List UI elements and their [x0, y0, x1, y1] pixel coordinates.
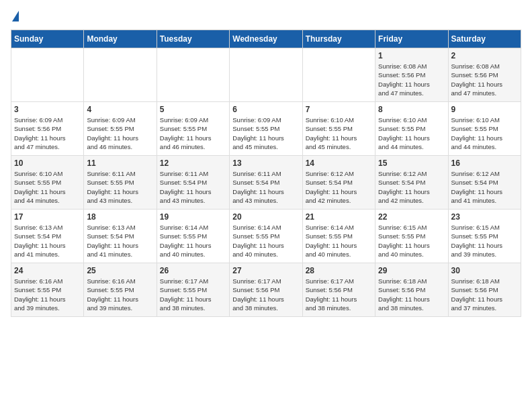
- calendar-cell: 3Sunrise: 6:09 AM Sunset: 5:56 PM Daylig…: [11, 102, 84, 156]
- day-info: Sunrise: 6:14 AM Sunset: 5:55 PM Dayligh…: [232, 224, 284, 258]
- calendar-cell: 7Sunrise: 6:10 AM Sunset: 5:55 PM Daylig…: [302, 102, 375, 156]
- calendar-cell: 30Sunrise: 6:18 AM Sunset: 5:56 PM Dayli…: [448, 263, 521, 317]
- day-number: 29: [378, 266, 445, 275]
- day-info: Sunrise: 6:12 AM Sunset: 5:54 PM Dayligh…: [378, 170, 430, 204]
- calendar-cell: 17Sunrise: 6:13 AM Sunset: 5:54 PM Dayli…: [11, 210, 84, 263]
- day-number: 7: [306, 105, 372, 114]
- day-info: Sunrise: 6:11 AM Sunset: 5:54 PM Dayligh…: [232, 170, 284, 204]
- day-number: 12: [160, 158, 226, 168]
- calendar-cell: [11, 48, 84, 102]
- calendar-cell: 9Sunrise: 6:10 AM Sunset: 5:55 PM Daylig…: [448, 102, 521, 156]
- day-number: 8: [378, 105, 445, 114]
- day-number: 1: [378, 51, 445, 60]
- calendar-cell: 16Sunrise: 6:12 AM Sunset: 5:54 PM Dayli…: [448, 156, 521, 210]
- calendar-cell: 6Sunrise: 6:09 AM Sunset: 5:55 PM Daylig…: [230, 102, 302, 156]
- weekday-header: Wednesday: [230, 30, 302, 48]
- day-number: 16: [451, 158, 518, 168]
- day-number: 9: [451, 105, 518, 114]
- day-number: 4: [87, 105, 153, 114]
- weekday-header: Tuesday: [157, 30, 229, 48]
- day-number: 19: [160, 212, 226, 222]
- day-number: 13: [232, 158, 299, 168]
- calendar-cell: [84, 48, 157, 102]
- calendar-cell: 1Sunrise: 6:08 AM Sunset: 5:56 PM Daylig…: [375, 48, 448, 102]
- calendar-cell: 27Sunrise: 6:17 AM Sunset: 5:56 PM Dayli…: [230, 263, 302, 317]
- day-number: 30: [451, 266, 518, 275]
- day-number: 14: [306, 158, 372, 168]
- day-info: Sunrise: 6:12 AM Sunset: 5:54 PM Dayligh…: [306, 170, 357, 204]
- calendar-cell: 20Sunrise: 6:14 AM Sunset: 5:55 PM Dayli…: [230, 210, 302, 263]
- calendar-cell: 18Sunrise: 6:13 AM Sunset: 5:54 PM Dayli…: [84, 210, 157, 263]
- calendar-cell: 12Sunrise: 6:11 AM Sunset: 5:54 PM Dayli…: [157, 156, 229, 210]
- calendar-cell: 15Sunrise: 6:12 AM Sunset: 5:54 PM Dayli…: [375, 156, 448, 210]
- day-info: Sunrise: 6:12 AM Sunset: 5:54 PM Dayligh…: [451, 170, 503, 204]
- day-info: Sunrise: 6:13 AM Sunset: 5:54 PM Dayligh…: [87, 224, 138, 258]
- day-number: 24: [14, 266, 81, 275]
- day-number: 2: [451, 51, 518, 60]
- day-info: Sunrise: 6:10 AM Sunset: 5:55 PM Dayligh…: [451, 116, 503, 150]
- calendar-cell: 2Sunrise: 6:08 AM Sunset: 5:56 PM Daylig…: [448, 48, 521, 102]
- calendar-cell: [302, 48, 375, 102]
- calendar-week-row: 10Sunrise: 6:10 AM Sunset: 5:55 PM Dayli…: [11, 156, 521, 210]
- day-info: Sunrise: 6:09 AM Sunset: 5:56 PM Dayligh…: [14, 116, 66, 150]
- day-info: Sunrise: 6:15 AM Sunset: 5:55 PM Dayligh…: [451, 224, 503, 258]
- day-info: Sunrise: 6:13 AM Sunset: 5:54 PM Dayligh…: [14, 224, 66, 258]
- calendar-cell: 19Sunrise: 6:14 AM Sunset: 5:55 PM Dayli…: [157, 210, 229, 263]
- day-info: Sunrise: 6:16 AM Sunset: 5:55 PM Dayligh…: [87, 277, 138, 312]
- calendar-week-row: 24Sunrise: 6:16 AM Sunset: 5:55 PM Dayli…: [11, 263, 521, 317]
- day-info: Sunrise: 6:16 AM Sunset: 5:55 PM Dayligh…: [14, 277, 66, 312]
- calendar-cell: 4Sunrise: 6:09 AM Sunset: 5:55 PM Daylig…: [84, 102, 157, 156]
- calendar-cell: 24Sunrise: 6:16 AM Sunset: 5:55 PM Dayli…: [11, 263, 84, 317]
- calendar-cell: [230, 48, 302, 102]
- day-info: Sunrise: 6:09 AM Sunset: 5:55 PM Dayligh…: [87, 116, 138, 150]
- calendar-cell: [157, 48, 229, 102]
- calendar-cell: 13Sunrise: 6:11 AM Sunset: 5:54 PM Dayli…: [230, 156, 302, 210]
- calendar-cell: 23Sunrise: 6:15 AM Sunset: 5:55 PM Dayli…: [448, 210, 521, 263]
- day-number: 23: [451, 212, 518, 222]
- day-number: 22: [378, 212, 445, 222]
- day-info: Sunrise: 6:17 AM Sunset: 5:56 PM Dayligh…: [306, 277, 357, 312]
- calendar-cell: 28Sunrise: 6:17 AM Sunset: 5:56 PM Dayli…: [302, 263, 375, 317]
- day-info: Sunrise: 6:11 AM Sunset: 5:55 PM Dayligh…: [87, 170, 138, 204]
- calendar-header-row: SundayMondayTuesdayWednesdayThursdayFrid…: [11, 30, 521, 48]
- logo: [11, 11, 19, 21]
- day-number: 26: [160, 266, 226, 275]
- day-info: Sunrise: 6:10 AM Sunset: 5:55 PM Dayligh…: [14, 170, 66, 204]
- page-header: [11, 11, 521, 21]
- day-info: Sunrise: 6:17 AM Sunset: 5:55 PM Dayligh…: [160, 277, 212, 312]
- day-number: 25: [87, 266, 153, 275]
- calendar-week-row: 3Sunrise: 6:09 AM Sunset: 5:56 PM Daylig…: [11, 102, 521, 156]
- calendar-week-row: 1Sunrise: 6:08 AM Sunset: 5:56 PM Daylig…: [11, 48, 521, 102]
- calendar-cell: 11Sunrise: 6:11 AM Sunset: 5:55 PM Dayli…: [84, 156, 157, 210]
- weekday-header: Monday: [84, 30, 157, 48]
- weekday-header: Saturday: [448, 30, 521, 48]
- calendar-cell: 22Sunrise: 6:15 AM Sunset: 5:55 PM Dayli…: [375, 210, 448, 263]
- day-info: Sunrise: 6:08 AM Sunset: 5:56 PM Dayligh…: [378, 62, 430, 97]
- day-number: 11: [87, 158, 153, 168]
- logo-icon: [12, 11, 19, 21]
- calendar-cell: 29Sunrise: 6:18 AM Sunset: 5:56 PM Dayli…: [375, 263, 448, 317]
- day-number: 20: [232, 212, 299, 222]
- day-number: 27: [232, 266, 299, 275]
- calendar-cell: 21Sunrise: 6:14 AM Sunset: 5:55 PM Dayli…: [302, 210, 375, 263]
- calendar-cell: 14Sunrise: 6:12 AM Sunset: 5:54 PM Dayli…: [302, 156, 375, 210]
- weekday-header: Thursday: [302, 30, 375, 48]
- calendar-cell: 26Sunrise: 6:17 AM Sunset: 5:55 PM Dayli…: [157, 263, 229, 317]
- day-info: Sunrise: 6:17 AM Sunset: 5:56 PM Dayligh…: [232, 277, 284, 312]
- day-info: Sunrise: 6:11 AM Sunset: 5:54 PM Dayligh…: [160, 170, 212, 204]
- day-info: Sunrise: 6:15 AM Sunset: 5:55 PM Dayligh…: [378, 224, 430, 258]
- day-number: 3: [14, 105, 81, 114]
- day-number: 15: [378, 158, 445, 168]
- day-info: Sunrise: 6:08 AM Sunset: 5:56 PM Dayligh…: [451, 62, 503, 97]
- day-info: Sunrise: 6:09 AM Sunset: 5:55 PM Dayligh…: [232, 116, 284, 150]
- calendar-cell: 25Sunrise: 6:16 AM Sunset: 5:55 PM Dayli…: [84, 263, 157, 317]
- calendar-cell: 10Sunrise: 6:10 AM Sunset: 5:55 PM Dayli…: [11, 156, 84, 210]
- weekday-header: Friday: [375, 30, 448, 48]
- calendar-week-row: 17Sunrise: 6:13 AM Sunset: 5:54 PM Dayli…: [11, 210, 521, 263]
- day-number: 17: [14, 212, 81, 222]
- day-info: Sunrise: 6:18 AM Sunset: 5:56 PM Dayligh…: [378, 277, 430, 312]
- day-info: Sunrise: 6:18 AM Sunset: 5:56 PM Dayligh…: [451, 277, 503, 312]
- day-info: Sunrise: 6:09 AM Sunset: 5:55 PM Dayligh…: [160, 116, 212, 150]
- day-info: Sunrise: 6:14 AM Sunset: 5:55 PM Dayligh…: [306, 224, 357, 258]
- calendar-body: 1Sunrise: 6:08 AM Sunset: 5:56 PM Daylig…: [11, 48, 521, 317]
